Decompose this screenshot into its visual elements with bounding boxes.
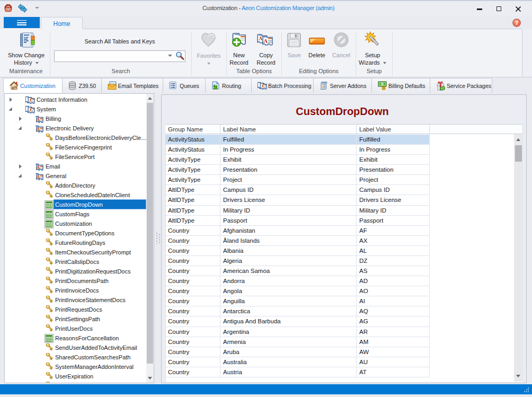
svg-text:A: A — [37, 165, 40, 170]
svg-text:A: A — [37, 117, 40, 122]
svg-text:?: ? — [515, 20, 519, 26]
svg-text:A: A — [37, 127, 40, 132]
svg-text:A: A — [37, 174, 40, 180]
svg-text:A: A — [259, 36, 263, 41]
svg-text:A: A — [263, 38, 268, 44]
